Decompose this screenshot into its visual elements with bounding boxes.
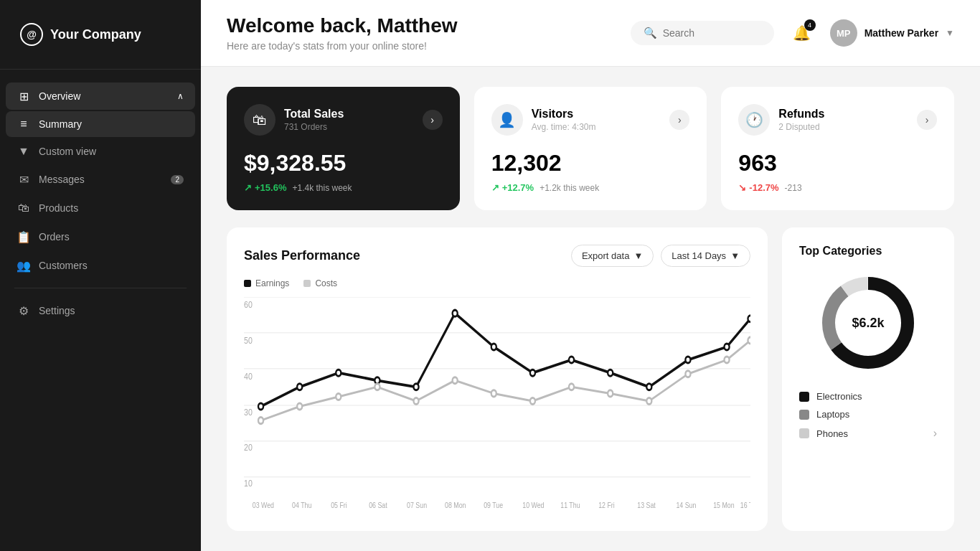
sidebar-item-overview[interactable]: ⊞ Overview ∧ [6, 83, 195, 110]
visitors-card: 👤 Visitors Avg. time: 4:30m › 12,302 ↗ +… [474, 87, 707, 210]
earnings-dot-4 [414, 384, 419, 390]
sidebar-item-customers[interactable]: 👥 Customers [6, 252, 195, 279]
svg-text:50: 50 [244, 335, 253, 347]
sidebar-item-settings-label: Settings [39, 305, 75, 316]
phones-dot [799, 428, 809, 438]
search-input[interactable] [663, 27, 761, 39]
customers-icon: 👥 [17, 259, 30, 272]
legend-costs: Costs [303, 278, 337, 288]
earnings-dot-12 [725, 344, 730, 350]
svg-text:16 Tue: 16 Tue [740, 501, 750, 509]
visitors-extra: +1.2k this week [540, 183, 599, 193]
search-bar[interactable]: 🔍 [631, 21, 774, 45]
svg-text:60: 60 [244, 299, 253, 311]
period-chevron-icon: ▼ [730, 250, 740, 261]
export-label: Export data [582, 250, 630, 261]
refunds-info: Refunds 2 Disputed [778, 108, 824, 132]
sidebar-item-custom-view-label: Custom view [39, 146, 96, 157]
costs-dot-4 [414, 397, 419, 404]
visitors-change: ↗ +12.7% [491, 182, 534, 193]
refunds-subtitle: 2 Disputed [778, 122, 824, 132]
laptops-dot [799, 410, 809, 420]
orders-icon: 📋 [17, 230, 30, 243]
custom-view-icon: ▼ [17, 145, 30, 158]
sidebar-item-messages[interactable]: ✉ Messages 2 [6, 166, 195, 193]
total-sales-card: 🛍 Total Sales 731 Orders › $9,328.55 ↗ +… [227, 87, 460, 210]
earnings-dot-9 [608, 369, 613, 376]
sidebar-item-settings[interactable]: ⚙ Settings [6, 297, 195, 324]
costs-dot-6 [491, 390, 496, 397]
earnings-dot-8 [569, 357, 574, 363]
costs-dot-9 [608, 390, 613, 397]
total-sales-info: Total Sales 731 Orders [284, 108, 344, 132]
costs-dot-10 [646, 397, 651, 404]
costs-dot-11 [685, 371, 690, 377]
svg-text:14 Sun: 14 Sun [676, 501, 696, 509]
visitors-subtitle: Avg. time: 4:30m [532, 122, 596, 132]
total-sales-footer: ↗ +15.6% +1.4k this week [244, 182, 443, 193]
period-button[interactable]: Last 14 Days ▼ [661, 245, 750, 267]
svg-text:07 Sun: 07 Sun [407, 501, 427, 509]
costs-dot-1 [297, 403, 302, 410]
refunds-value: 963 [738, 150, 937, 176]
earnings-dot-0 [258, 403, 263, 410]
messages-icon: ✉ [17, 173, 30, 186]
category-electronics: Electronics [799, 391, 937, 402]
category-list: Electronics Laptops Phones › [799, 391, 937, 440]
user-menu[interactable]: MP Matthew Parker ▼ [830, 19, 954, 47]
products-icon: 🛍 [17, 202, 30, 215]
svg-text:09 Tue: 09 Tue [484, 501, 503, 509]
notification-button[interactable]: 🔔 4 [788, 19, 816, 47]
sidebar-item-custom-view[interactable]: ▼ Custom view [6, 138, 195, 164]
notification-badge: 4 [804, 19, 816, 31]
total-sales-title: Total Sales [284, 108, 344, 121]
earnings-line [261, 314, 750, 407]
search-icon: 🔍 [644, 27, 657, 39]
donut-chart-container: $6.2k [799, 269, 937, 377]
svg-text:08 Mon: 08 Mon [445, 501, 466, 509]
content-area: 🛍 Total Sales 731 Orders › $9,328.55 ↗ +… [201, 67, 980, 551]
sidebar-item-overview-label: Overview [39, 90, 80, 102]
total-sales-link[interactable]: › [423, 110, 443, 130]
svg-text:03 Wed: 03 Wed [253, 501, 274, 509]
overview-icon: ⊞ [17, 90, 30, 103]
header-right: 🔍 🔔 4 MP Matthew Parker ▼ [631, 19, 954, 47]
svg-text:13 Sat: 13 Sat [637, 501, 656, 509]
visitors-title: Visitors [532, 108, 596, 121]
donut-center-value: $6.2k [852, 316, 884, 331]
costs-dot-5 [453, 377, 458, 384]
refunds-header: 🕐 Refunds 2 Disputed › [738, 104, 937, 136]
refunds-card: 🕐 Refunds 2 Disputed › 963 ↘ -12.7% -213 [721, 87, 954, 210]
costs-line [261, 340, 750, 420]
chart-controls: Export data ▼ Last 14 Days ▼ [571, 245, 750, 267]
nav-divider [14, 288, 187, 288]
sidebar-item-summary[interactable]: ≡ Summary [6, 111, 195, 137]
page-title: Welcome back, Matthew [227, 14, 458, 37]
svg-text:40: 40 [244, 370, 253, 382]
total-sales-header: 🛍 Total Sales 731 Orders › [244, 104, 443, 136]
categories-title: Top Categories [799, 245, 937, 258]
visitors-link[interactable]: › [669, 110, 689, 130]
refunds-icon: 🕐 [738, 104, 770, 136]
phones-more-icon[interactable]: › [933, 427, 937, 440]
costs-dot [303, 280, 311, 287]
main-content: Welcome back, Matthew Here are today's s… [201, 0, 980, 551]
visitors-info: Visitors Avg. time: 4:30m [532, 108, 596, 132]
sidebar-item-orders[interactable]: 📋 Orders [6, 223, 195, 250]
refunds-link[interactable]: › [917, 110, 937, 130]
svg-text:11 Thu: 11 Thu [560, 501, 580, 509]
visitors-value: 12,302 [491, 150, 690, 176]
sidebar-item-products[interactable]: 🛍 Products [6, 194, 195, 222]
laptops-label: Laptops [816, 409, 849, 420]
earnings-dot-2 [336, 369, 341, 376]
svg-text:15 Mon: 15 Mon [713, 501, 734, 509]
refunds-change: ↘ -12.7% [738, 182, 778, 193]
earnings-dot-13 [748, 316, 750, 322]
category-phones: Phones › [799, 427, 937, 440]
chart-header: Sales Performance Export data ▼ Last 14 … [244, 245, 750, 267]
earnings-dot-11 [685, 357, 690, 363]
electronics-dot [799, 392, 809, 402]
export-button[interactable]: Export data ▼ [571, 245, 654, 267]
costs-dot-7 [530, 397, 535, 404]
total-sales-value: $9,328.55 [244, 150, 443, 176]
